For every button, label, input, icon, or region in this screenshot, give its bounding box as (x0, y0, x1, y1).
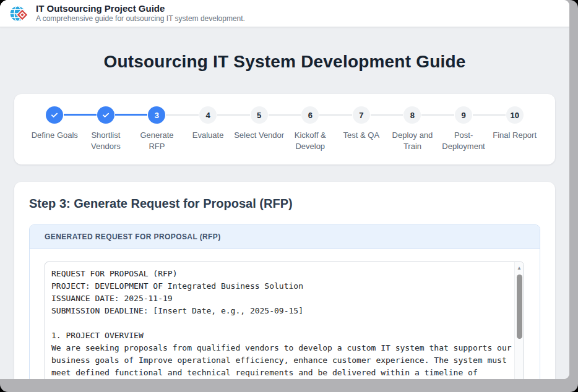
step-heading: Step 3: Generate Request for Proposal (R… (29, 197, 540, 211)
step-connector (319, 114, 352, 116)
step-label: Post-Deployment (438, 130, 490, 152)
window-frame: IT Outsourcing Project Guide A comprehen… (0, 0, 578, 392)
step-circle[interactable]: 5 (251, 106, 268, 124)
step-content-card: Step 3: Generate Request for Proposal (R… (14, 182, 555, 379)
step-circle[interactable]: 3 (148, 106, 165, 124)
page-body: Outsourcing IT System Development Guide … (0, 27, 569, 379)
rfp-textarea[interactable]: REQUEST FOR PROPOSAL (RFP) PROJECT: DEVE… (45, 262, 524, 379)
step-circle[interactable]: 7 (353, 106, 370, 124)
rfp-panel: GENERATED REQUEST FOR PROPOSAL (RFP) REQ… (29, 224, 540, 379)
app-header: IT Outsourcing Project Guide A comprehen… (0, 0, 569, 27)
step-label: Final Report (493, 130, 537, 141)
step-label: Generate RFP (131, 130, 183, 152)
scrollbar-thumb[interactable] (517, 275, 522, 339)
page-title: Outsourcing IT System Development Guide (14, 52, 555, 72)
step-connector (217, 114, 250, 116)
rfp-text: REQUEST FOR PROPOSAL (RFP) PROJECT: DEVE… (45, 262, 524, 379)
step-circle[interactable]: 8 (403, 106, 421, 124)
stepper-step-6[interactable]: 6Kickoff & Develop (285, 106, 336, 152)
screen: IT Outsourcing Project Guide A comprehen… (0, 0, 578, 392)
check-icon (50, 111, 59, 119)
stepper-step-3[interactable]: 3Generate RFP (131, 106, 183, 152)
stepper-step-9[interactable]: 9Post-Deployment (438, 106, 490, 152)
rfp-scrollbar[interactable]: ▲ (514, 262, 524, 379)
check-icon (101, 111, 110, 119)
step-label: Deploy and Train (387, 130, 438, 152)
stepper-step-8[interactable]: 8Deploy and Train (387, 106, 438, 152)
step-label: Define Goals (32, 130, 78, 141)
scrollbar-up-arrow-icon[interactable]: ▲ (515, 262, 524, 273)
stepper-step-4[interactable]: 4Evaluate (183, 106, 234, 152)
step-connector (115, 114, 148, 116)
rfp-panel-header: GENERATED REQUEST FOR PROPOSAL (RFP) (30, 225, 540, 249)
step-connector (371, 114, 403, 116)
stepper-step-7[interactable]: 7Test & QA (336, 106, 387, 152)
step-connector (269, 114, 301, 116)
step-label: Select Vendor (234, 130, 284, 141)
app-title: IT Outsourcing Project Guide (36, 3, 245, 15)
app-window: IT Outsourcing Project Guide A comprehen… (0, 0, 569, 379)
stepper-steps: Define GoalsShortlist Vendors3Generate R… (29, 106, 540, 152)
app-subtitle: A comprehensive guide for outsourcing IT… (36, 14, 245, 23)
stepper-step-5[interactable]: 5Select Vendor (233, 106, 285, 152)
stepper-card: Define GoalsShortlist Vendors3Generate R… (14, 94, 555, 164)
step-circle[interactable]: 10 (506, 106, 524, 124)
step-label: Test & QA (343, 130, 380, 141)
step-label: Shortlist Vendors (80, 130, 132, 152)
step-connector (64, 114, 97, 116)
stepper-step-10[interactable]: 10Final Report (489, 106, 540, 152)
step-circle[interactable] (97, 106, 114, 124)
rfp-panel-body: REQUEST FOR PROPOSAL (RFP) PROJECT: DEVE… (30, 249, 540, 379)
step-circle[interactable]: 9 (455, 106, 472, 124)
step-circle[interactable]: 4 (199, 106, 217, 124)
step-label: Evaluate (192, 130, 224, 141)
step-circle[interactable] (46, 106, 63, 124)
step-connector (166, 114, 199, 116)
step-connector (473, 114, 506, 116)
step-connector (421, 114, 454, 116)
step-label: Kickoff & Develop (285, 130, 336, 152)
step-circle[interactable]: 6 (301, 106, 319, 124)
app-logo-globe-icon (9, 3, 30, 24)
